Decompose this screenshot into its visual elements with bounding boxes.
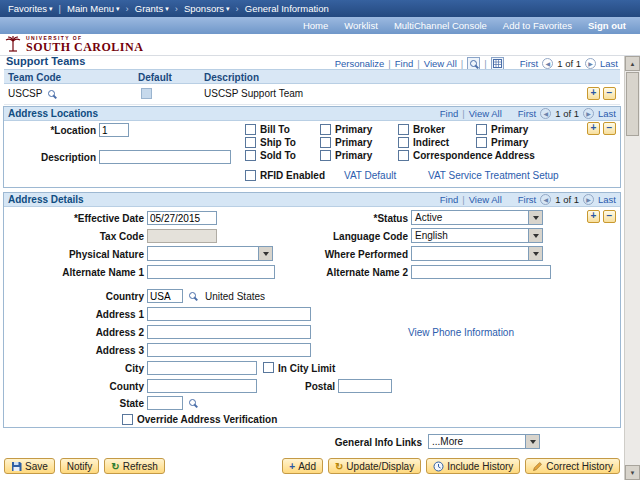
city-input[interactable] [147, 361, 257, 375]
address1-label: Address 1 [24, 309, 144, 321]
delete-row-button[interactable]: − [603, 210, 616, 223]
first-link[interactable]: First [518, 108, 536, 119]
next-row-icon[interactable]: ▶ [583, 194, 594, 205]
include-history-button[interactable]: Include History [426, 458, 520, 474]
sold-to-checkbox[interactable] [245, 150, 256, 161]
save-label: Save [25, 461, 48, 472]
nav-sponsors[interactable]: Sponsors ▾ [184, 3, 230, 14]
vat-service-treatment-setup-link[interactable]: VAT Service Treatment Setup [428, 170, 559, 181]
add-to-favorites-link[interactable]: Add to Favorites [503, 20, 572, 31]
first-link[interactable]: First [518, 194, 536, 205]
vat-default-link[interactable]: VAT Default [344, 170, 396, 181]
worklist-link[interactable]: Worklist [344, 20, 378, 31]
address1-input[interactable] [147, 307, 311, 321]
physical-nature-select[interactable] [147, 246, 273, 261]
previous-row-icon[interactable]: ◀ [540, 194, 551, 205]
refresh-button[interactable]: ↻ Refresh [104, 458, 164, 474]
address3-input[interactable] [147, 343, 311, 357]
postal-input[interactable] [338, 379, 392, 393]
description-label: Description [32, 152, 96, 164]
country-input[interactable] [147, 289, 183, 303]
dropdown-arrow-icon [528, 247, 542, 260]
notify-button[interactable]: Notify [60, 458, 100, 474]
address-locations-title: Address Locations [8, 108, 98, 119]
county-input[interactable] [147, 379, 257, 393]
override-address-verification-checkbox[interactable] [122, 414, 133, 425]
sold-to-primary-checkbox[interactable] [320, 150, 331, 161]
view-all-link[interactable]: View All [469, 108, 502, 119]
add-button[interactable]: + Add [282, 458, 323, 474]
multichannel-console-link[interactable]: MultiChannel Console [394, 20, 487, 31]
bill-to-checkbox[interactable] [245, 124, 256, 135]
physical-nature-label: Physical Nature [24, 249, 144, 261]
sign-out-link[interactable]: Sign out [588, 20, 626, 31]
state-label: State [24, 398, 144, 410]
in-city-limit-checkbox[interactable] [263, 362, 274, 373]
vertical-scrollbar[interactable]: ▲ ▼ [624, 56, 640, 480]
alternate-name2-input[interactable] [411, 265, 551, 279]
address-details-title: Address Details [8, 194, 84, 205]
find-link[interactable]: Find [440, 108, 458, 119]
team-code-lookup-icon[interactable] [48, 90, 55, 97]
general-info-links-select[interactable]: ...More [428, 434, 540, 449]
view-all-link[interactable]: View All [424, 58, 457, 69]
previous-row-icon[interactable]: ◀ [540, 108, 551, 119]
previous-row-icon[interactable]: ◀ [542, 58, 553, 69]
delete-row-button[interactable]: − [603, 87, 616, 100]
scroll-up-icon[interactable]: ▲ [625, 56, 640, 71]
find-link[interactable]: Find [440, 194, 458, 205]
indirect-checkbox[interactable] [398, 137, 409, 148]
last-link[interactable]: Last [600, 58, 618, 69]
alternate-name1-input[interactable] [147, 265, 275, 279]
delete-row-button[interactable]: − [603, 122, 616, 135]
next-row-icon[interactable]: ▶ [583, 108, 594, 119]
effective-date-input[interactable] [147, 211, 217, 225]
last-link[interactable]: Last [598, 108, 616, 119]
view-phone-information-link[interactable]: View Phone Information [408, 327, 514, 338]
add-row-button[interactable]: + [587, 87, 600, 100]
col-header-team-code: Team Code [8, 72, 61, 83]
toolbar-separator: | [484, 58, 486, 69]
col-header-description: Description [204, 72, 259, 83]
scrollbar-thumb[interactable] [626, 72, 639, 136]
nav-grants[interactable]: Grants ▾ [135, 3, 169, 14]
indirect-primary-checkbox[interactable] [476, 137, 487, 148]
personalize-link[interactable]: Personalize [335, 58, 385, 69]
ship-to-checkbox[interactable] [245, 137, 256, 148]
ship-to-primary-checkbox[interactable] [320, 137, 331, 148]
broker-checkbox[interactable] [398, 124, 409, 135]
add-row-button[interactable]: + [587, 210, 600, 223]
where-performed-select[interactable] [411, 246, 543, 261]
rfid-enabled-checkbox[interactable] [245, 170, 256, 181]
sold-to-primary-label: Primary [335, 150, 372, 162]
nav-main-menu[interactable]: Main Menu ▾ [67, 3, 120, 14]
country-display-name: United States [205, 291, 265, 302]
state-lookup-icon[interactable] [189, 399, 196, 406]
status-select[interactable]: Active [411, 210, 543, 225]
default-checkbox[interactable] [141, 88, 152, 99]
next-row-icon[interactable]: ▶ [585, 58, 596, 69]
description-input[interactable] [99, 150, 231, 164]
broker-primary-checkbox[interactable] [476, 124, 487, 135]
last-link[interactable]: Last [598, 194, 616, 205]
view-all-link[interactable]: View All [469, 194, 502, 205]
first-link[interactable]: First [520, 58, 538, 69]
state-input[interactable] [147, 396, 183, 410]
find-link[interactable]: Find [395, 58, 413, 69]
country-lookup-icon[interactable] [189, 292, 196, 299]
correspondence-address-checkbox[interactable] [398, 150, 409, 161]
address2-input[interactable] [147, 325, 311, 339]
update-display-button[interactable]: ↻ Update/Display [328, 458, 421, 474]
bill-to-primary-checkbox[interactable] [320, 124, 331, 135]
home-link[interactable]: Home [303, 20, 328, 31]
scroll-down-icon[interactable]: ▼ [625, 465, 640, 480]
location-input[interactable] [99, 123, 129, 137]
add-row-button[interactable]: + [587, 122, 600, 135]
user-link-bar: Home Worklist MultiChannel Console Add t… [0, 17, 640, 34]
include-history-label: Include History [447, 461, 513, 472]
row-counter: 1 of 1 [555, 194, 579, 205]
save-button[interactable]: Save [4, 458, 55, 474]
language-code-select[interactable]: English [411, 228, 543, 243]
correct-history-button[interactable]: Correct History [525, 458, 620, 474]
nav-favorites[interactable]: Favorites ▾ [8, 3, 53, 14]
